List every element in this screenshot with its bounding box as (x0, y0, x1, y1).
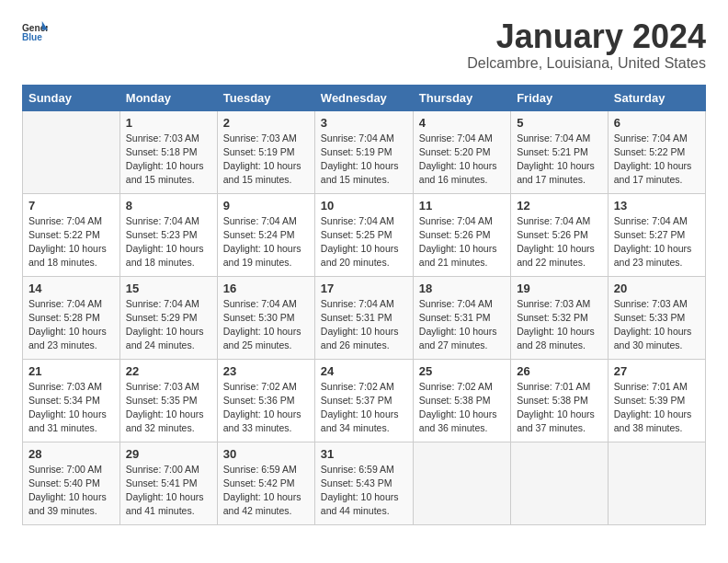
day-number: 23 (223, 364, 309, 378)
day-number: 21 (28, 364, 114, 378)
day-number: 29 (126, 447, 211, 461)
calendar-cell: 18Sunrise: 7:04 AM Sunset: 5:31 PM Dayli… (413, 276, 510, 359)
calendar-cell: 21Sunrise: 7:03 AM Sunset: 5:34 PM Dayli… (23, 359, 120, 442)
day-number: 26 (517, 364, 602, 378)
day-info: Sunrise: 7:00 AM Sunset: 5:40 PM Dayligh… (28, 463, 114, 519)
day-number: 28 (28, 447, 114, 461)
day-number: 27 (614, 364, 700, 378)
calendar-cell: 23Sunrise: 7:02 AM Sunset: 5:36 PM Dayli… (217, 359, 314, 442)
day-info: Sunrise: 7:04 AM Sunset: 5:27 PM Dayligh… (614, 214, 700, 270)
calendar-cell: 11Sunrise: 7:04 AM Sunset: 5:26 PM Dayli… (413, 193, 510, 276)
day-number: 2 (223, 116, 309, 130)
calendar-cell: 17Sunrise: 7:04 AM Sunset: 5:31 PM Dayli… (314, 276, 413, 359)
svg-text:Blue: Blue (22, 32, 42, 42)
day-number: 14 (28, 282, 114, 295)
calendar-cell: 1Sunrise: 7:03 AM Sunset: 5:18 PM Daylig… (119, 110, 217, 193)
calendar-cell: 5Sunrise: 7:04 AM Sunset: 5:21 PM Daylig… (511, 110, 609, 193)
day-number: 20 (614, 282, 700, 295)
calendar-cell: 4Sunrise: 7:04 AM Sunset: 5:20 PM Daylig… (413, 110, 510, 193)
header-monday: Monday (119, 85, 217, 110)
logo-icon: General Blue (22, 18, 48, 44)
header-saturday: Saturday (608, 85, 705, 110)
day-number: 1 (126, 116, 211, 130)
day-number: 17 (321, 282, 407, 295)
day-number: 5 (517, 116, 602, 130)
day-info: Sunrise: 7:04 AM Sunset: 5:22 PM Dayligh… (614, 132, 700, 188)
day-info: Sunrise: 7:04 AM Sunset: 5:30 PM Dayligh… (223, 297, 309, 353)
day-info: Sunrise: 7:02 AM Sunset: 5:38 PM Dayligh… (419, 380, 505, 436)
day-number: 31 (321, 447, 407, 461)
header-friday: Friday (511, 85, 609, 110)
header: General Blue January 2024 Delcambre, Lou… (22, 18, 706, 72)
calendar-header-row: SundayMondayTuesdayWednesdayThursdayFrid… (23, 85, 706, 110)
header-sunday: Sunday (23, 85, 120, 110)
day-number: 15 (126, 282, 211, 295)
calendar-cell: 27Sunrise: 7:01 AM Sunset: 5:39 PM Dayli… (608, 359, 705, 442)
calendar-cell (511, 442, 609, 524)
day-info: Sunrise: 7:04 AM Sunset: 5:19 PM Dayligh… (321, 132, 407, 188)
calendar-cell: 14Sunrise: 7:04 AM Sunset: 5:28 PM Dayli… (23, 276, 120, 359)
calendar-cell: 12Sunrise: 7:04 AM Sunset: 5:26 PM Dayli… (511, 193, 609, 276)
day-info: Sunrise: 7:04 AM Sunset: 5:26 PM Dayligh… (419, 214, 505, 270)
calendar-cell: 31Sunrise: 6:59 AM Sunset: 5:43 PM Dayli… (314, 442, 413, 524)
day-info: Sunrise: 7:04 AM Sunset: 5:28 PM Dayligh… (28, 297, 114, 353)
day-info: Sunrise: 7:03 AM Sunset: 5:33 PM Dayligh… (614, 297, 700, 353)
day-number: 12 (517, 199, 602, 213)
calendar-cell: 3Sunrise: 7:04 AM Sunset: 5:19 PM Daylig… (314, 110, 413, 193)
calendar-cell (608, 442, 705, 524)
day-number: 11 (419, 199, 505, 213)
calendar-week-3: 14Sunrise: 7:04 AM Sunset: 5:28 PM Dayli… (23, 276, 706, 359)
day-info: Sunrise: 7:03 AM Sunset: 5:35 PM Dayligh… (126, 380, 211, 436)
day-info: Sunrise: 7:01 AM Sunset: 5:38 PM Dayligh… (517, 380, 602, 436)
calendar-week-4: 21Sunrise: 7:03 AM Sunset: 5:34 PM Dayli… (23, 359, 706, 442)
day-info: Sunrise: 7:04 AM Sunset: 5:24 PM Dayligh… (223, 214, 309, 270)
day-info: Sunrise: 7:03 AM Sunset: 5:18 PM Dayligh… (126, 132, 211, 188)
calendar-week-2: 7Sunrise: 7:04 AM Sunset: 5:22 PM Daylig… (23, 193, 706, 276)
day-number: 9 (223, 199, 309, 213)
day-number: 3 (321, 116, 407, 130)
calendar-cell: 19Sunrise: 7:03 AM Sunset: 5:32 PM Dayli… (511, 276, 609, 359)
title-area: January 2024 Delcambre, Louisiana, Unite… (467, 18, 706, 72)
calendar-cell (23, 110, 120, 193)
calendar-cell: 28Sunrise: 7:00 AM Sunset: 5:40 PM Dayli… (23, 442, 120, 524)
day-info: Sunrise: 7:03 AM Sunset: 5:19 PM Dayligh… (223, 132, 309, 188)
day-info: Sunrise: 6:59 AM Sunset: 5:43 PM Dayligh… (321, 463, 407, 519)
calendar-cell: 24Sunrise: 7:02 AM Sunset: 5:37 PM Dayli… (314, 359, 413, 442)
header-wednesday: Wednesday (314, 85, 413, 110)
calendar-cell: 10Sunrise: 7:04 AM Sunset: 5:25 PM Dayli… (314, 193, 413, 276)
calendar-cell: 30Sunrise: 6:59 AM Sunset: 5:42 PM Dayli… (217, 442, 314, 524)
day-number: 13 (614, 199, 700, 213)
day-info: Sunrise: 7:04 AM Sunset: 5:22 PM Dayligh… (28, 214, 114, 270)
day-info: Sunrise: 7:02 AM Sunset: 5:36 PM Dayligh… (223, 380, 309, 436)
calendar-week-5: 28Sunrise: 7:00 AM Sunset: 5:40 PM Dayli… (23, 442, 706, 524)
calendar-cell: 15Sunrise: 7:04 AM Sunset: 5:29 PM Dayli… (119, 276, 217, 359)
day-info: Sunrise: 7:04 AM Sunset: 5:21 PM Dayligh… (517, 132, 602, 188)
day-info: Sunrise: 7:03 AM Sunset: 5:34 PM Dayligh… (28, 380, 114, 436)
day-number: 18 (419, 282, 505, 295)
day-info: Sunrise: 7:04 AM Sunset: 5:31 PM Dayligh… (419, 297, 505, 353)
day-info: Sunrise: 7:04 AM Sunset: 5:25 PM Dayligh… (321, 214, 407, 270)
day-info: Sunrise: 7:04 AM Sunset: 5:31 PM Dayligh… (321, 297, 407, 353)
day-number: 22 (126, 364, 211, 378)
day-number: 25 (419, 364, 505, 378)
day-number: 6 (614, 116, 700, 130)
day-number: 7 (28, 199, 114, 213)
day-number: 16 (223, 282, 309, 295)
calendar-cell: 29Sunrise: 7:00 AM Sunset: 5:41 PM Dayli… (119, 442, 217, 524)
calendar-week-1: 1Sunrise: 7:03 AM Sunset: 5:18 PM Daylig… (23, 110, 706, 193)
day-number: 24 (321, 364, 407, 378)
day-info: Sunrise: 7:02 AM Sunset: 5:37 PM Dayligh… (321, 380, 407, 436)
day-number: 19 (517, 282, 602, 295)
calendar-cell: 20Sunrise: 7:03 AM Sunset: 5:33 PM Dayli… (608, 276, 705, 359)
location-title: Delcambre, Louisiana, United States (467, 55, 706, 72)
calendar-cell: 8Sunrise: 7:04 AM Sunset: 5:23 PM Daylig… (119, 193, 217, 276)
calendar-cell (413, 442, 510, 524)
calendar-cell: 22Sunrise: 7:03 AM Sunset: 5:35 PM Dayli… (119, 359, 217, 442)
day-info: Sunrise: 7:01 AM Sunset: 5:39 PM Dayligh… (614, 380, 700, 436)
calendar-cell: 16Sunrise: 7:04 AM Sunset: 5:30 PM Dayli… (217, 276, 314, 359)
day-number: 10 (321, 199, 407, 213)
header-tuesday: Tuesday (217, 85, 314, 110)
day-info: Sunrise: 6:59 AM Sunset: 5:42 PM Dayligh… (223, 463, 309, 519)
day-number: 8 (126, 199, 211, 213)
day-info: Sunrise: 7:04 AM Sunset: 5:23 PM Dayligh… (126, 214, 211, 270)
